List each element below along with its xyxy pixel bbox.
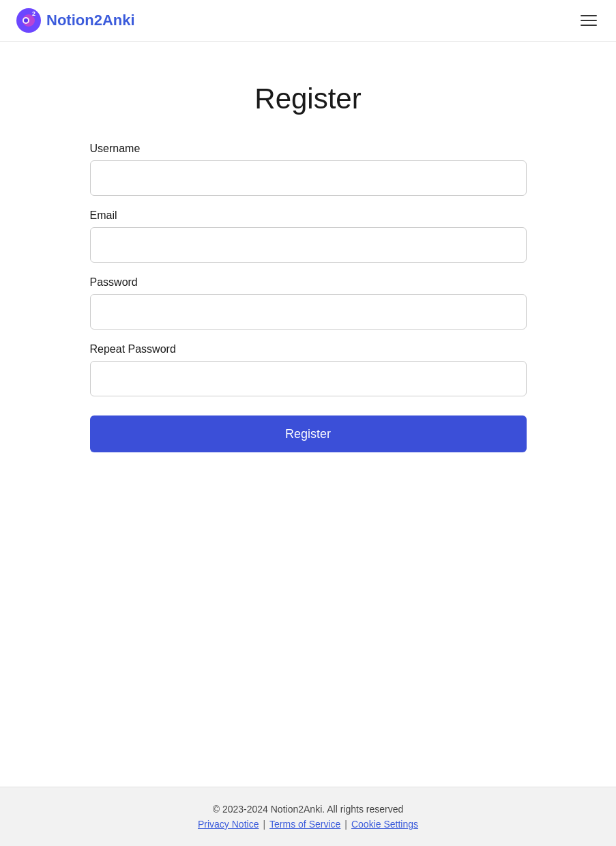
hamburger-menu-button[interactable] <box>578 12 600 29</box>
repeat-password-group: Repeat Password <box>90 343 527 396</box>
password-label: Password <box>90 276 527 289</box>
username-label: Username <box>90 143 527 155</box>
footer-links: Privacy Notice | Terms of Service | Cook… <box>14 819 602 830</box>
svg-point-3 <box>24 18 28 23</box>
brand-name-text: Notion2Anki <box>46 12 135 29</box>
email-group: Email <box>90 209 527 263</box>
footer: © 2023-2024 Notion2Anki. All rights rese… <box>0 787 616 846</box>
logo-icon: 2 <box>16 8 41 33</box>
hamburger-line-3 <box>581 25 597 26</box>
email-label: Email <box>90 209 527 222</box>
footer-separator-2: | <box>344 819 347 830</box>
privacy-notice-link[interactable]: Privacy Notice <box>198 819 259 830</box>
navbar: 2 Notion2Anki <box>0 0 616 42</box>
footer-copyright: © 2023-2024 Notion2Anki. All rights rese… <box>14 804 602 815</box>
username-input[interactable] <box>90 160 527 196</box>
page-title: Register <box>254 83 361 115</box>
password-input[interactable] <box>90 294 527 330</box>
main-content: Register Username Email Password Repeat … <box>0 42 616 787</box>
repeat-password-input[interactable] <box>90 361 527 396</box>
brand-logo[interactable]: 2 Notion2Anki <box>16 8 135 33</box>
terms-of-service-link[interactable]: Terms of Service <box>269 819 340 830</box>
svg-text:2: 2 <box>32 10 35 17</box>
username-group: Username <box>90 143 527 196</box>
repeat-password-label: Repeat Password <box>90 343 527 355</box>
cookie-settings-link[interactable]: Cookie Settings <box>351 819 418 830</box>
register-form: Username Email Password Repeat Password … <box>90 143 527 452</box>
hamburger-line-2 <box>581 20 597 21</box>
register-button[interactable]: Register <box>90 415 527 452</box>
footer-separator-1: | <box>263 819 265 830</box>
hamburger-line-1 <box>581 15 597 16</box>
password-group: Password <box>90 276 527 330</box>
email-input[interactable] <box>90 227 527 263</box>
